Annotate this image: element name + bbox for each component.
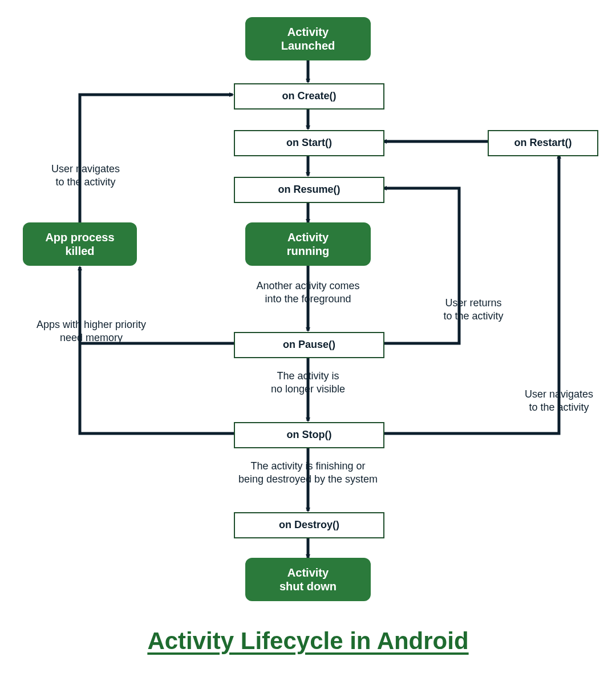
node-on-destroy: on Destroy() <box>234 512 384 538</box>
node-label: on Destroy() <box>279 519 339 532</box>
node-on-create: on Create() <box>234 83 384 110</box>
node-activity-running: Activity running <box>245 222 371 266</box>
node-label: on Restart() <box>514 137 572 149</box>
node-activity-launched: Activity Launched <box>245 17 371 60</box>
label-apps-higher-priority: Apps with higher priority need memory <box>17 318 165 344</box>
node-label: on Resume() <box>278 184 340 196</box>
node-on-restart: on Restart() <box>488 130 598 156</box>
node-label: App process killed <box>45 230 114 258</box>
diagram-stage: Activity Launched on Create() on Start()… <box>0 0 616 677</box>
label-no-longer-visible: The activity is no longer visible <box>240 370 376 395</box>
diagram-title: Activity Lifecycle in Android <box>0 627 616 655</box>
node-on-stop: on Stop() <box>234 422 384 448</box>
node-label: Activity Launched <box>281 25 335 52</box>
node-on-pause: on Pause() <box>234 332 384 358</box>
node-app-process-killed: App process killed <box>23 222 137 266</box>
label-another-activity: Another activity comes into the foregrou… <box>240 279 376 305</box>
node-label: on Pause() <box>283 339 335 351</box>
node-activity-shut-down: Activity shut down <box>245 558 371 601</box>
node-label: on Start() <box>286 137 332 149</box>
node-label: on Create() <box>282 90 336 103</box>
label-activity-finishing: The activity is finishing or being destr… <box>222 460 394 485</box>
label-user-navigates-left: User navigates to the activity <box>31 163 140 188</box>
label-user-returns: User returns to the activity <box>419 297 528 322</box>
label-user-navigates-right: User navigates to the activity <box>505 388 613 414</box>
node-on-resume: on Resume() <box>234 177 384 203</box>
node-on-start: on Start() <box>234 130 384 156</box>
node-label: Activity shut down <box>279 566 337 593</box>
node-label: on Stop() <box>287 429 332 441</box>
node-label: Activity running <box>287 230 329 258</box>
